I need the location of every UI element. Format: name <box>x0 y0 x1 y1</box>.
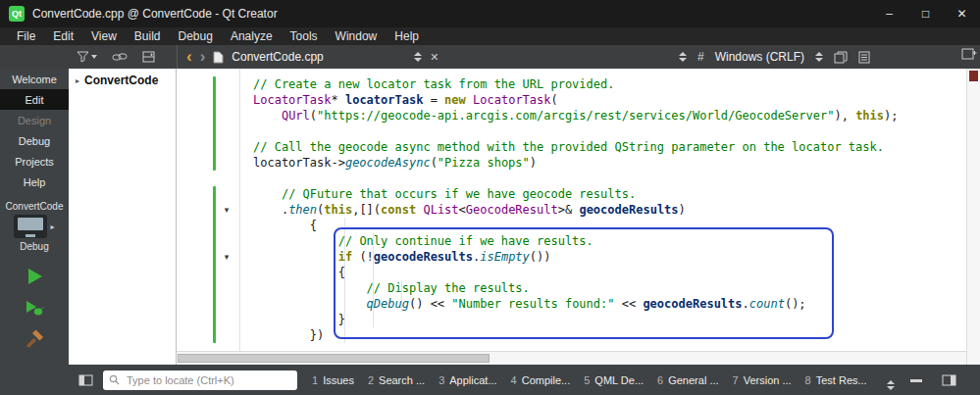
code-line[interactable]: if (!geocodeResults.isEmpty()) <box>253 249 966 265</box>
code-token: LocatorTask <box>253 93 331 107</box>
code-token: QUrl <box>282 109 310 123</box>
code-line[interactable]: // QFuture that occurs if we have geocod… <box>253 186 966 202</box>
code-line[interactable]: QUrl("https://geocode-api.arcgis.com/arc… <box>253 108 966 123</box>
output-pane-applicat[interactable]: 3Applicat... <box>438 374 496 386</box>
fold-marker-icon[interactable]: ▾ <box>220 202 233 218</box>
code-line[interactable]: // Call the geocode async method with th… <box>253 139 966 155</box>
pane-number: 6 <box>657 374 663 386</box>
horizontal-scrollbar[interactable] <box>177 351 966 365</box>
menu-window[interactable]: Window <box>327 27 387 45</box>
forward-button[interactable]: › <box>200 48 206 66</box>
output-pane-general[interactable]: 6General ... <box>657 374 718 386</box>
project-tree-root[interactable]: ▸ ConvertCode <box>69 69 176 87</box>
sidebar-item-debug[interactable]: Debug <box>0 130 69 151</box>
toggle-left-sidebar-icon[interactable] <box>78 374 93 386</box>
copy-document-icon[interactable] <box>834 51 848 64</box>
scrollbar-annotation-marker <box>969 71 978 81</box>
menu-analyze[interactable]: Analyze <box>222 27 282 45</box>
output-pane-compile[interactable]: 4Compile... <box>511 374 571 386</box>
line-ending-selector[interactable]: Windows (CRLF) <box>715 50 804 64</box>
sidebar-item-welcome[interactable]: Welcome <box>0 69 69 89</box>
locator[interactable] <box>103 370 297 390</box>
menubar: FileEditViewBuildDebugAnalyzeToolsWindow… <box>0 27 980 45</box>
pane-nav-arrows[interactable] <box>887 380 895 390</box>
output-pane-qmlde[interactable]: 5QML De... <box>584 374 644 386</box>
code-area[interactable]: // Create a new locator task from the UR… <box>239 69 966 351</box>
code-line[interactable]: qDebug() << "Number results found:" << g… <box>253 296 966 312</box>
kit-build-config: Debug <box>20 241 48 252</box>
kit-selector[interactable]: ConvertCode ▸ Debug <box>0 201 69 252</box>
code-token: LocatorTask <box>473 93 550 107</box>
menu-view[interactable]: View <box>82 27 126 45</box>
code-token: GeocodeResult <box>466 203 558 217</box>
code-token: ( <box>431 156 438 170</box>
close-document-button[interactable]: ✕ <box>430 51 438 64</box>
kit-project-name: ConvertCode <box>6 201 64 212</box>
code-token: ) <box>679 203 686 217</box>
code-line[interactable]: // Only continue if we have results. <box>253 233 966 249</box>
code-line[interactable]: { <box>253 218 966 233</box>
document-dropdown-spinner[interactable] <box>414 52 422 62</box>
output-pane-search[interactable]: 2Search ... <box>368 374 425 386</box>
fold-marker-icon[interactable]: ▾ <box>220 249 233 265</box>
back-button[interactable]: ‹ <box>186 48 192 66</box>
filter-icon[interactable] <box>77 51 97 63</box>
annotation-hash-button[interactable]: # <box>697 50 704 64</box>
code-token: ), <box>834 109 855 123</box>
code-token <box>466 93 473 107</box>
chevron-right-icon: ▸ <box>50 222 54 231</box>
toolbar-spinner[interactable] <box>679 52 687 62</box>
menu-edit[interactable]: Edit <box>44 27 82 45</box>
code-token: geocodeResults <box>643 297 742 311</box>
sidebar-item-projects[interactable]: Projects <box>0 151 69 172</box>
toggle-right-sidebar-icon[interactable] <box>942 374 956 386</box>
code-token: ); <box>884 109 898 123</box>
window-title: ConvertCode.cpp @ ConvertCode - Qt Creat… <box>32 7 278 21</box>
window-controls: – □ ✕ <box>871 0 980 27</box>
code-line[interactable]: // Create a new locator task from the UR… <box>253 76 966 92</box>
run-button[interactable] <box>24 266 45 287</box>
vertical-scrollbar[interactable] <box>966 69 980 365</box>
output-pane-testres[interactable]: 8Test Res... <box>805 374 867 386</box>
output-pane-version[interactable]: 7Version ... <box>733 374 792 386</box>
split-panel-icon[interactable] <box>142 51 155 63</box>
code-line[interactable]: .then(this,[](const QList<GeocodeResult>… <box>253 202 966 218</box>
minimize-button[interactable]: – <box>871 0 907 27</box>
code-token: "Number results found:" <box>451 297 614 311</box>
code-line[interactable]: }) <box>253 327 966 343</box>
line-ending-spinner[interactable] <box>815 52 823 62</box>
maximize-button[interactable]: □ <box>907 0 944 27</box>
output-pane-issues[interactable]: 1Issues <box>312 374 354 386</box>
code-line[interactable]: locatorTask->geocodeAsync("Pizza shops") <box>253 155 966 171</box>
code-line[interactable] <box>253 123 966 139</box>
pane-label: General ... <box>668 374 718 386</box>
document-properties-icon[interactable] <box>858 51 870 64</box>
locator-input[interactable] <box>125 373 291 387</box>
open-document-name[interactable]: ConvertCode.cpp <box>232 50 406 64</box>
menu-build[interactable]: Build <box>126 27 170 45</box>
menu-file[interactable]: File <box>8 27 44 45</box>
code-editor[interactable]: ▾ ▾ // Create a new locator task from th… <box>177 69 980 365</box>
split-editor-button[interactable] <box>961 47 977 64</box>
code-line[interactable]: } <box>253 312 966 327</box>
menu-debug[interactable]: Debug <box>170 27 222 45</box>
sidebar-item-edit[interactable]: Edit <box>0 89 69 110</box>
code-token: this <box>855 109 884 123</box>
vcs-change-bar <box>213 186 216 343</box>
minimize-output-pane-icon[interactable] <box>909 374 923 386</box>
sync-with-editor-icon[interactable] <box>112 51 128 63</box>
debug-run-button[interactable] <box>24 297 45 319</box>
code-line[interactable]: { <box>253 265 966 280</box>
sidebar-item-help[interactable]: Help <box>0 172 69 192</box>
file-icon <box>213 51 224 64</box>
code-token: new <box>444 93 466 107</box>
code-line[interactable]: // Display the results. <box>253 280 966 296</box>
horizontal-scrollbar-thumb[interactable] <box>178 354 490 363</box>
code-token <box>253 297 367 311</box>
close-button[interactable]: ✕ <box>944 0 980 27</box>
code-line[interactable] <box>253 171 966 186</box>
code-line[interactable]: LocatorTask* locatorTask = new LocatorTa… <box>253 92 966 108</box>
menu-tools[interactable]: Tools <box>282 27 327 45</box>
menu-help[interactable]: Help <box>386 27 428 45</box>
build-hammer-button[interactable] <box>24 328 45 350</box>
